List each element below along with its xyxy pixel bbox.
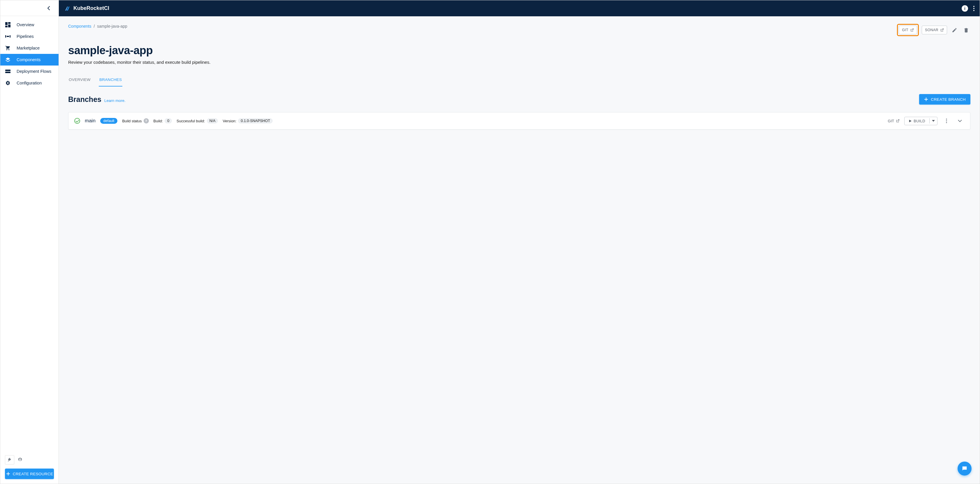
sidebar-item-label: Marketplace [17, 46, 40, 51]
sidebar-collapse-button[interactable] [0, 0, 59, 16]
open-external-icon [910, 28, 914, 32]
tab-branches[interactable]: BRANCHES [99, 75, 123, 86]
edit-button[interactable] [950, 25, 959, 34]
sidebar-item-label: Pipelines [17, 34, 34, 39]
sidebar-item-overview[interactable]: Overview [0, 19, 59, 30]
svg-rect-3 [8, 24, 11, 27]
delete-button[interactable] [962, 25, 970, 34]
layers-icon [5, 57, 11, 63]
svg-rect-0 [5, 22, 8, 25]
build-button-group: BUILD [904, 117, 937, 125]
svg-point-8 [8, 49, 10, 51]
svg-rect-5 [10, 35, 11, 38]
sidebar-item-configuration[interactable]: Configuration [0, 77, 59, 89]
create-branch-button[interactable]: CREATE BRANCH [919, 94, 970, 105]
svg-rect-6 [7, 36, 9, 37]
svg-rect-9 [5, 70, 11, 71]
git-highlight-border: GIT [897, 24, 919, 36]
sidebar-item-marketplace[interactable]: Marketplace [0, 42, 59, 54]
open-external-icon [896, 119, 900, 123]
build-dropdown[interactable] [929, 118, 937, 124]
learn-more-link[interactable]: Learn more. [104, 98, 126, 103]
breadcrumb-separator: / [94, 24, 95, 29]
default-badge: default [100, 118, 118, 124]
more-vert-icon [946, 119, 947, 123]
svg-rect-10 [5, 71, 11, 73]
play-icon [908, 119, 912, 122]
svg-point-16 [946, 120, 947, 121]
git-button-label: GIT [902, 28, 908, 32]
breadcrumb-root[interactable]: Components [68, 24, 91, 29]
sidebar-item-deployment-flows[interactable]: Deployment Flows [0, 65, 59, 77]
create-resource-label: CREATE RESOURCE [13, 472, 53, 476]
top-actions: GIT SONAR [897, 24, 970, 36]
branches-title: Branches [68, 95, 101, 104]
svg-point-13 [973, 8, 974, 9]
svg-point-11 [20, 459, 21, 460]
plus-icon [924, 97, 928, 102]
trash-icon [963, 27, 969, 33]
create-branch-label: CREATE BRANCH [931, 97, 966, 102]
chevron-down-icon [958, 120, 962, 122]
kubernetes-icon [18, 457, 23, 462]
svg-point-15 [946, 119, 947, 119]
sidebar-item-components[interactable]: Components [0, 54, 59, 65]
sidebar-item-label: Configuration [17, 81, 42, 85]
svg-rect-2 [5, 25, 8, 27]
branch-row: main default Build status ? Build: 0 Suc… [68, 112, 970, 130]
page-subtitle: Review your codebases, monitor their sta… [68, 60, 970, 65]
chat-fab[interactable] [958, 462, 972, 476]
svg-point-7 [6, 49, 7, 51]
kubernetes-icon-button[interactable] [16, 455, 25, 465]
svg-point-14 [973, 10, 974, 11]
sidebar-item-label: Components [17, 57, 40, 62]
tabs: OVERVIEW BRANCHES [68, 75, 970, 86]
cart-icon [5, 45, 11, 51]
tab-overview[interactable]: OVERVIEW [68, 75, 91, 86]
flow-icon [5, 68, 11, 74]
create-resource-button[interactable]: CREATE RESOURCE [5, 468, 54, 479]
git-button[interactable]: GIT [899, 25, 917, 34]
breadcrumb-current: sample-java-app [97, 24, 127, 29]
help-icon[interactable]: ? [144, 118, 149, 124]
build-status: Build status ? [122, 118, 149, 124]
sidebar-footer: CREATE RESOURCE [0, 452, 59, 484]
chevron-down-icon [932, 120, 935, 122]
info-icon: i [964, 6, 966, 11]
sonar-button-label: SONAR [925, 28, 938, 32]
svg-rect-4 [5, 35, 6, 38]
page-title: sample-java-app [68, 44, 970, 57]
branch-name: main [85, 118, 95, 124]
svg-point-12 [973, 6, 974, 7]
branch-git-link[interactable]: GIT [888, 119, 900, 123]
pipeline-icon [5, 33, 11, 39]
status-success-icon [74, 118, 80, 124]
build-button[interactable]: BUILD [905, 117, 929, 125]
topbar: KubeRocketCI i [59, 0, 980, 16]
gear-icon [5, 80, 11, 86]
sidebar-item-pipelines[interactable]: Pipelines [0, 30, 59, 42]
pencil-icon [952, 27, 957, 33]
brand-title: KubeRocketCI [73, 5, 109, 11]
sonar-button[interactable]: SONAR [922, 25, 947, 34]
sidebar: Overview Pipelines Marketplace Component… [0, 0, 59, 484]
sidebar-item-label: Overview [17, 22, 34, 27]
info-button[interactable]: i [962, 5, 968, 12]
build-count: Build: 0 [154, 118, 172, 124]
rocket-icon [7, 457, 12, 462]
more-vert-button[interactable] [973, 6, 974, 11]
rocket-icon-button[interactable] [5, 455, 14, 465]
sidebar-item-label: Deployment Flows [17, 69, 51, 74]
plus-icon [6, 471, 11, 476]
chevron-left-icon [48, 6, 50, 10]
branch-expand-button[interactable] [956, 116, 964, 125]
branch-more-button[interactable] [942, 116, 951, 125]
chat-icon [961, 465, 968, 472]
sidebar-nav: Overview Pipelines Marketplace Component… [0, 16, 59, 452]
successful-build: Successful build: N/A [177, 118, 218, 124]
open-external-icon [940, 28, 944, 32]
version: Version: 0.1.0-SNAPSHOT [223, 118, 273, 124]
brand-icon [64, 5, 70, 12]
dashboard-icon [5, 22, 11, 28]
svg-rect-1 [8, 22, 11, 24]
